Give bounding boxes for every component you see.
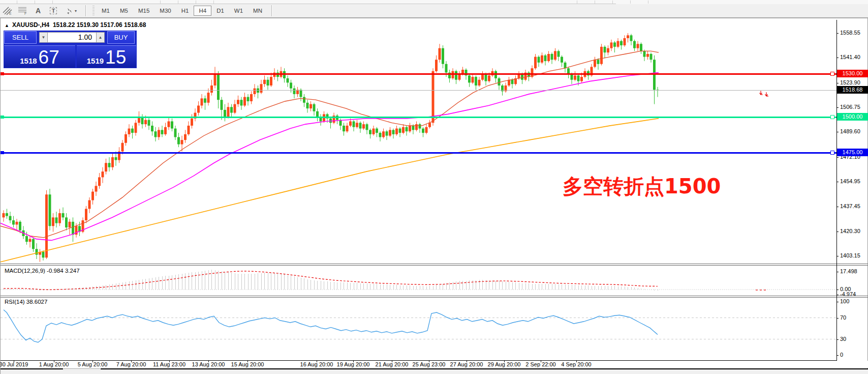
timeframe-button-m5[interactable]: M5 [115,6,133,16]
chart-title: ▲XAUUSD-,H4 1518.22 1519.30 1517.06 1518… [5,21,146,28]
rsi-pane[interactable] [1,298,836,360]
axis-tick-label: 70 [840,314,846,321]
date-axis[interactable]: 30 Jul 20191 Aug 20:005 Aug 20:007 Aug 2… [1,361,868,368]
axis-tick-label: -4.974 [840,291,856,297]
date-tick [54,360,54,362]
top-strip-tick [52,1,53,4]
pane-divider[interactable] [1,264,868,264]
price-tag: 1500.00 [837,113,868,121]
top-strip-tick [630,1,631,4]
axis-tick [836,83,839,83]
timeframe-button-m30[interactable]: M30 [154,6,176,16]
date-tick [467,360,467,362]
axis-tick [836,318,839,319]
buy-price-small: 1519 [87,56,104,66]
toolbar-grip[interactable] [92,6,95,16]
chart-tab-edge[interactable] [101,368,868,369]
volume-input[interactable]: 1.00 [48,32,96,43]
text-icon[interactable]: A [30,5,46,16]
equidistant-channel-icon[interactable]: E [0,5,15,16]
chart-tab-edge[interactable] [64,368,100,369]
top-strip-tick [595,1,595,4]
date-tick [208,360,209,362]
svg-text:F: F [24,12,26,15]
sell-price-box[interactable]: 1518 67 [4,45,75,68]
pane-divider[interactable] [1,265,868,266]
timeframe-button-m15[interactable]: M15 [133,6,154,16]
ohlc-values: 1518.22 1519.30 1517.06 1518.68 [53,21,146,28]
price-tag: 1530.00 [837,70,868,77]
volume-increase-button[interactable]: ▲ [96,32,105,43]
buy-price-box[interactable]: 1519 15 [77,45,136,68]
buy-button[interactable]: BUY [107,31,135,44]
macd-indicator-label: MACD(12,26,9) -0.984 3.247 [5,268,80,274]
top-strip-tick [160,1,161,4]
pane-divider[interactable] [1,297,868,298]
chart-annotation-text[interactable]: 多空转折点1500 [563,172,721,200]
main-toolbar: E F A T ▾ M1M5M15M30H1H4D1W1MN [0,4,868,18]
timeframe-group: M1M5M15M30H1H4D1W1MN [97,6,267,16]
timeframe-button-w1[interactable]: W1 [229,6,248,16]
collapse-icon[interactable]: ▲ [5,23,9,28]
axis-tick-label: 17.498 [840,268,857,274]
volume-decrease-button[interactable]: ▼ [39,32,48,43]
rsi-line [4,310,658,342]
arrows-icon[interactable]: ▾ [61,5,81,16]
date-tick [353,360,354,362]
macd-histogram-group [4,270,658,291]
axis-tick [836,232,839,232]
chart-tabs-strip[interactable] [1,368,868,374]
date-tick [392,360,392,362]
timeframe-button-h1[interactable]: H1 [176,6,194,16]
axis-tick [836,355,839,356]
axis-tick-label: 0 [840,352,843,358]
date-tick [429,360,429,362]
chart-tab-edge[interactable] [1,368,63,369]
text-label-icon[interactable]: T [46,5,61,16]
axis-tick-label: 1489.60 [840,128,860,134]
axis-tick [836,157,839,158]
chart-window: ▲XAUUSD-,H4 1518.22 1519.30 1517.06 1518… [0,18,868,374]
top-strip-tick [213,1,214,4]
timeframe-button-mn[interactable]: MN [248,6,267,16]
date-tick [541,360,541,362]
timeframe-button-m1[interactable]: M1 [97,6,115,16]
axis-tick [836,290,839,290]
date-tick [169,360,170,362]
axis-tick-label: 1506.75 [840,104,860,110]
axis-tick-label: 1541.40 [840,54,860,60]
sell-arrows-group [760,91,769,96]
one-click-trade-panel: SELL ▼ 1.00 ▲ BUY 1518 67 1519 15 [4,31,137,68]
axis-tick [836,57,839,58]
pane-divider[interactable] [1,296,868,296]
symbol-label: XAUUSD-,H4 [12,21,49,28]
top-strip-tick [196,1,196,4]
timeframe-button-d1[interactable]: D1 [211,6,229,16]
sell-button[interactable]: SELL [4,31,37,44]
toolbar-separator-2 [271,5,272,16]
axis-tick-label: 1523.90 [840,79,860,85]
date-tick [576,360,577,362]
date-tick [14,360,14,362]
axis-tick-label: 1558.55 [840,30,860,36]
date-tick [504,360,505,362]
price-tag: 1518.68 [837,86,868,94]
axis-tick-label: 100 [840,298,849,304]
top-strip-tick [648,1,648,4]
date-tick [317,360,317,362]
axis-tick-label: 1437.45 [840,203,860,209]
axis-tick-label: 30 [840,336,846,342]
date-tick [247,360,248,362]
fibonacci-grid-icon[interactable]: F [15,5,30,16]
rsi-indicator-label: RSI(14) 38.6027 [5,299,47,305]
macd-pane[interactable] [1,266,836,296]
timeframe-button-h4[interactable]: H4 [194,6,211,16]
axis-tick [836,302,839,302]
toolbar-separator [85,5,86,16]
buy-price-big: 15 [105,49,126,66]
price-tag: 1475.00 [837,149,868,156]
axis-tick [836,272,839,272]
svg-text:E: E [9,12,12,15]
axis-tick [836,339,839,340]
top-strip-tick [178,1,178,4]
